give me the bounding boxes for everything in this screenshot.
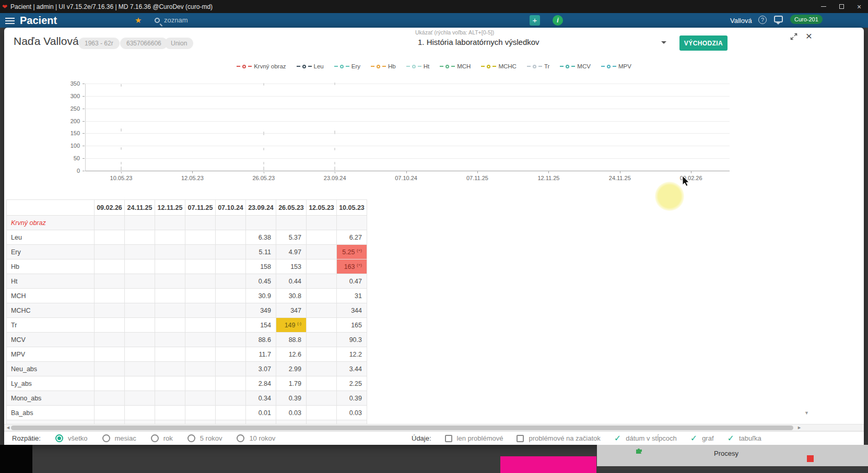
option-label: 10 rokov — [249, 434, 275, 442]
table-row: MCH30.930.831 — [7, 289, 367, 303]
x-axis-tick-label: 24.11.25 — [599, 175, 641, 181]
table-cell — [125, 347, 155, 362]
range-option-5-rokov[interactable]: 5 rokov — [187, 434, 222, 442]
toggle-option-dátum-v-stĺpcoch[interactable]: ✓dátum v stĺpcoch — [614, 433, 677, 443]
help-icon[interactable]: ? — [758, 16, 767, 24]
table-row: MCV88.688.890.3 — [7, 333, 367, 347]
table-cell — [95, 259, 125, 274]
scrollbar-thumb[interactable] — [11, 425, 793, 430]
data-point — [334, 82, 335, 85]
legend-item[interactable]: Ht — [406, 63, 430, 69]
table-cell: 31 — [337, 289, 367, 303]
radio-icon[interactable] — [102, 434, 110, 442]
table-cell: 30.8 — [276, 289, 307, 303]
search-text: zoznam — [164, 16, 188, 24]
checkbox-option[interactable]: problémové na začiatok — [517, 434, 600, 442]
legend-label: Ht — [424, 63, 430, 69]
search-icon — [155, 18, 160, 23]
option-label: rok — [163, 434, 173, 442]
table-cell: 3.44 — [337, 362, 367, 376]
table-row: Ery5.114.975.25 (+) — [7, 245, 367, 259]
legend-item[interactable]: MPV — [601, 63, 631, 69]
gridline — [85, 133, 730, 134]
range-option-10-rokov[interactable]: 10 rokov — [237, 434, 275, 442]
toggle-option-tabuľka[interactable]: ✓tabuľka — [728, 433, 761, 443]
table-cell — [246, 216, 276, 230]
checkbox-option[interactable]: len problémové — [445, 434, 503, 442]
table-cell — [155, 274, 185, 289]
puzzle-icon — [635, 447, 643, 455]
table-cell — [307, 391, 337, 406]
checkmark-icon: ✓ — [728, 433, 734, 443]
y-axis-tick — [83, 121, 85, 122]
column-header: 12.05.23 — [307, 200, 337, 216]
table-cell: 153 — [276, 259, 307, 274]
parameter-label: Ery — [7, 245, 95, 259]
add-button[interactable]: + — [530, 15, 540, 26]
table-cell — [155, 216, 185, 230]
menu-icon[interactable] — [5, 18, 15, 26]
table-cell: 12.6 — [276, 347, 307, 362]
range-option-všetko[interactable]: všetko — [55, 434, 88, 442]
table-row: Tr154149 (-)165 — [7, 318, 367, 333]
radio-icon[interactable] — [187, 434, 195, 442]
radio-icon[interactable] — [151, 434, 159, 442]
window-title: Pacient | admin | UI v7.15.2e/7.16.36 | … — [10, 3, 815, 10]
legend-item[interactable]: Hb — [371, 63, 396, 69]
parameter-label: MCHC — [7, 303, 95, 318]
checkbox-icon[interactable] — [445, 435, 452, 442]
window-close-button[interactable]: × — [850, 0, 868, 13]
legend-item[interactable]: Leu — [297, 63, 324, 69]
data-point — [334, 148, 335, 150]
legend-item[interactable]: Ery — [334, 63, 360, 69]
table-cell — [216, 245, 246, 259]
table-row: MCHC349347344 — [7, 303, 367, 318]
data-point — [334, 132, 335, 134]
x-axis-tick-label: 09.02.26 — [670, 175, 712, 181]
horizontal-scrollbar[interactable]: ◄ ► — [4, 424, 864, 431]
legend-item[interactable]: MCV — [560, 63, 591, 69]
data-point — [121, 147, 122, 150]
range-option-rok[interactable]: rok — [151, 434, 173, 442]
table-cell: 1.79 — [276, 376, 307, 391]
range-label: Rozpätie: — [12, 434, 41, 442]
x-axis-tick — [477, 171, 478, 173]
search-input[interactable]: zoznam — [155, 16, 188, 24]
table-cell — [307, 420, 337, 424]
table-cell — [125, 376, 155, 391]
table-cell — [185, 216, 216, 230]
y-axis-tick-label: 0 — [62, 168, 80, 174]
scroll-left-icon[interactable]: ◄ — [6, 425, 10, 430]
window-maximize-button[interactable] — [832, 0, 850, 13]
window-minimize-button[interactable] — [815, 0, 832, 13]
legend-item[interactable]: Krvný obraz — [237, 63, 286, 69]
legend-label: Hb — [388, 63, 396, 69]
processes-label[interactable]: Procesy — [714, 450, 738, 457]
radio-icon[interactable] — [237, 434, 244, 442]
table-cell: 158 — [246, 259, 276, 274]
y-axis-line — [85, 84, 86, 171]
legend-item[interactable]: MCHC — [481, 63, 517, 69]
legend-item[interactable]: Tr — [527, 63, 549, 69]
table-cell: 0.44 — [276, 274, 307, 289]
table-cell: 0.47 — [337, 274, 367, 289]
info-icon[interactable]: i — [553, 15, 563, 26]
scroll-right-icon[interactable]: ► — [797, 425, 802, 430]
table-cell: 347 — [276, 303, 307, 318]
table-cell — [95, 318, 125, 333]
table-cell: 90.3 — [337, 333, 367, 347]
data-point — [121, 162, 122, 164]
checkbox-icon[interactable] — [517, 435, 524, 442]
table-cell: 154 — [246, 318, 276, 333]
checkmark-icon: ✓ — [614, 433, 621, 443]
column-header: 07.10.24 — [216, 200, 246, 216]
range-option-mesiac[interactable]: mesiac — [102, 434, 136, 442]
window-titlebar: ❤ Pacient | admin | UI v7.15.2e/7.16.36 … — [0, 0, 868, 13]
legend-item[interactable]: MCH — [440, 63, 471, 69]
table-cell — [155, 230, 185, 245]
toggle-option-graf[interactable]: ✓graf — [690, 433, 714, 443]
chat-icon[interactable] — [774, 16, 783, 22]
vertical-scroll-down-icon[interactable]: ▼ — [804, 410, 809, 416]
radio-selected-icon[interactable] — [55, 434, 63, 442]
favorite-star-icon[interactable]: ★ — [135, 16, 142, 25]
